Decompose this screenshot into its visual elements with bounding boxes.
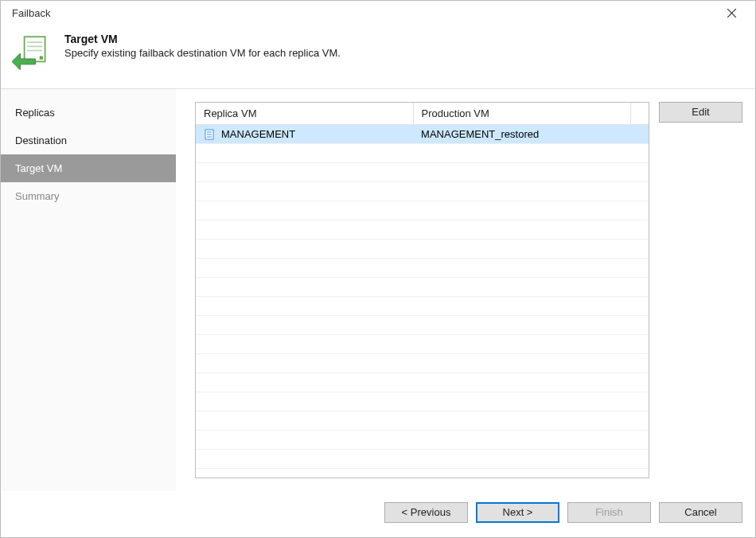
close-button[interactable] bbox=[715, 2, 747, 24]
previous-button[interactable]: < Previous bbox=[384, 502, 468, 523]
sidebar-item-replicas[interactable]: Replicas bbox=[1, 99, 176, 127]
header-text: Target VM Specify existing failback dest… bbox=[64, 33, 341, 59]
table-row-empty bbox=[196, 297, 649, 316]
table-row-empty bbox=[196, 373, 649, 392]
edit-button[interactable]: Edit bbox=[659, 102, 742, 123]
table-row-empty bbox=[196, 354, 649, 373]
table-row-empty bbox=[196, 431, 649, 450]
sidebar-item-summary[interactable]: Summary bbox=[1, 182, 176, 210]
titlebar: Failback bbox=[1, 1, 755, 25]
table-row-empty bbox=[196, 220, 649, 240]
next-button[interactable]: Next > bbox=[476, 502, 559, 523]
failback-icon bbox=[12, 33, 53, 74]
window-title: Failback bbox=[12, 7, 50, 19]
table-row-empty bbox=[196, 144, 649, 163]
close-icon bbox=[727, 9, 736, 18]
column-header-production[interactable]: Production VM bbox=[413, 103, 630, 125]
table-row[interactable]: MANAGEMENT MANAGEMENT_restored bbox=[196, 125, 649, 144]
body: Replicas Destination Target VM Summary R… bbox=[1, 89, 755, 491]
production-vm-name: MANAGEMENT_restored bbox=[413, 125, 630, 144]
table-row-empty bbox=[196, 411, 649, 431]
sidebar: Replicas Destination Target VM Summary bbox=[1, 89, 176, 491]
table-row-empty bbox=[196, 316, 649, 335]
vm-icon bbox=[204, 129, 215, 140]
page-subtitle: Specify existing failback destination VM… bbox=[64, 47, 341, 59]
content-area: Replica VM Production VM bbox=[176, 89, 755, 491]
side-buttons: Edit bbox=[659, 102, 742, 478]
svg-rect-6 bbox=[40, 56, 43, 59]
column-header-spacer bbox=[630, 103, 649, 125]
column-header-replica[interactable]: Replica VM bbox=[196, 103, 413, 125]
table-row-empty bbox=[196, 201, 649, 220]
page-header: Target VM Specify existing failback dest… bbox=[1, 25, 755, 88]
footer: < Previous Next > Finish Cancel bbox=[1, 491, 755, 537]
replica-vm-name: MANAGEMENT bbox=[221, 128, 295, 140]
table-row-empty bbox=[196, 392, 649, 411]
table-row-empty bbox=[196, 259, 649, 278]
page-title: Target VM bbox=[64, 33, 341, 45]
sidebar-item-destination[interactable]: Destination bbox=[1, 127, 176, 154]
vm-table-container: Replica VM Production VM bbox=[195, 102, 649, 478]
sidebar-item-target-vm[interactable]: Target VM bbox=[1, 154, 176, 182]
vm-table: Replica VM Production VM bbox=[196, 103, 649, 469]
table-row-empty bbox=[196, 278, 649, 297]
table-row-empty bbox=[196, 450, 649, 469]
cancel-button[interactable]: Cancel bbox=[659, 502, 742, 523]
table-row-empty bbox=[196, 240, 649, 259]
table-row-empty bbox=[196, 163, 649, 182]
finish-button: Finish bbox=[567, 502, 651, 523]
table-row-empty bbox=[196, 335, 649, 354]
table-row-empty bbox=[196, 182, 649, 201]
